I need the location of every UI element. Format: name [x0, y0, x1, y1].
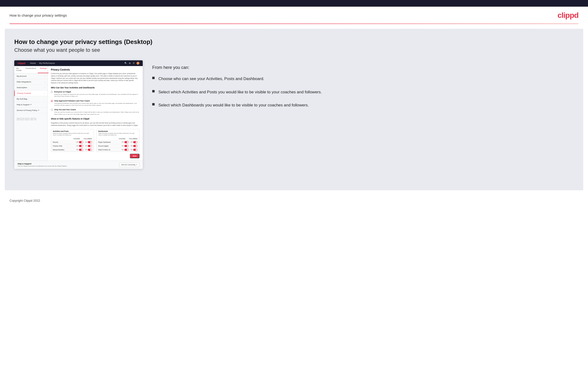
help-section-desc: Visit our Clippd community to troublesho…: [17, 165, 67, 167]
sidebar-item-data-integrations[interactable]: Data Integrations ›: [14, 79, 47, 85]
grid-icon[interactable]: ⊞: [129, 62, 131, 64]
show-hide-title: Show or hide specific features in Clippd: [51, 117, 139, 120]
toggle-row-round-insights: Round Insights ON ON: [96, 144, 139, 148]
bullet-item-3: Select which Dashboards you would like t…: [152, 102, 574, 108]
privacy-controls-desc: Control how you and your data appears to…: [51, 72, 139, 84]
page-subheading: Choose what you want people to see: [14, 47, 574, 53]
screenshot-mockup: clippd Home My Performance 🔍 ⊞ ☰ My Pr: [14, 60, 143, 169]
activities-table: Activities and Posts Select the types of…: [51, 129, 94, 152]
toggle-row-practice-drills: Practice Drills ON ON: [51, 144, 94, 148]
bullet-list: Choose who can see your Activities, Post…: [152, 76, 574, 108]
bullet-text-2: Select which Activities and Posts you wo…: [158, 89, 322, 95]
round-insights-coaches-toggle[interactable]: [124, 145, 129, 147]
bullet-text-3: Select which Dashboards you would like t…: [158, 102, 309, 108]
bullet-item-2: Select which Activities and Posts you wo…: [152, 89, 574, 95]
dashboards-col-headers: COACHES FOLLOWERS: [96, 137, 139, 140]
activities-table-title: Activities and Posts: [51, 129, 94, 133]
sidebar-version: Clippd Client Version: 2022.8.2SQL Serve…: [14, 116, 47, 122]
radio-circle-everyone: [51, 91, 53, 93]
who-can-see-title: Who Can See Your Activities and Dashboar…: [51, 86, 139, 89]
rounds-followers-toggle[interactable]: [88, 141, 92, 143]
top-bar: [0, 0, 588, 7]
toggle-row-rounds: Rounds ON ON: [51, 140, 94, 144]
chevron-right-icon: ›: [44, 87, 45, 88]
app-tabs: My Profile Connections Settings: [14, 66, 47, 73]
radio-approved-followers[interactable]: Only Approved Followers and Your Coach O…: [51, 100, 139, 106]
app-logo: clippd: [17, 62, 25, 65]
copyright-text: Copyright Clippd 2022: [9, 199, 40, 202]
manual-coaches-toggle[interactable]: [79, 149, 83, 151]
activities-table-desc: Select the types of activity that you'd …: [51, 133, 94, 137]
tab-my-profile[interactable]: My Profile: [14, 66, 24, 73]
sidebar-item-my-golf-bag[interactable]: My Golf Bag ›: [14, 96, 47, 102]
chevron-right-icon: ›: [44, 75, 45, 77]
radio-only-you[interactable]: Only You and Your Coach Only you and the…: [51, 108, 139, 115]
dashboards-table-title: Dashboards: [96, 129, 139, 133]
drills-followers-toggle[interactable]: [88, 145, 92, 147]
player-dashboard-coaches-toggle[interactable]: [124, 141, 129, 143]
nav-home[interactable]: Home: [30, 62, 36, 64]
chevron-right-icon: ›: [44, 81, 45, 83]
visit-community-button[interactable]: Visit Our Community ↗: [119, 163, 139, 167]
what-to-work-on-followers-toggle[interactable]: [133, 149, 138, 151]
save-row: Save: [51, 154, 139, 158]
sidebar-item-subscription[interactable]: Subscription ›: [14, 85, 47, 91]
avatar-icon[interactable]: [137, 62, 139, 65]
page-title: How to change your privacy settings: [9, 13, 67, 17]
activities-col-headers: COACHES FOLLOWERS: [51, 137, 94, 140]
save-button[interactable]: Save: [130, 154, 139, 158]
header-divider: [9, 24, 579, 24]
page-heading: How to change your privacy settings (Des…: [14, 38, 574, 46]
nav-my-performance[interactable]: My Performance: [39, 62, 55, 64]
app-nav-icons: 🔍 ⊞ ☰: [124, 62, 139, 65]
toggle-section: Activities and Posts Select the types of…: [51, 129, 139, 152]
sidebar-item-privacy-controls[interactable]: Privacy Controls ›: [14, 91, 47, 96]
bullet-item-1: Choose who can see your Activities, Post…: [152, 76, 574, 82]
content-area: clippd Home My Performance 🔍 ⊞ ☰ My Pr: [14, 60, 574, 169]
toggle-row-what-to-work-on: What To Work On ON ON: [96, 148, 139, 151]
menu-icon[interactable]: ☰: [133, 62, 135, 64]
radio-circle-only-you: [51, 109, 53, 111]
bullet-square-1: [152, 77, 155, 79]
chevron-right-icon: ›: [44, 98, 45, 100]
rounds-coaches-toggle[interactable]: [79, 141, 83, 143]
app-main-panel: Privacy Controls Control how you and you…: [48, 66, 143, 161]
right-panel-intro: From here you can:: [152, 65, 574, 70]
player-dashboard-followers-toggle[interactable]: [133, 141, 138, 143]
tab-settings[interactable]: Settings: [38, 66, 49, 73]
search-icon[interactable]: 🔍: [124, 62, 127, 64]
app-nav-links: Home My Performance: [30, 62, 55, 64]
drills-coaches-toggle[interactable]: [79, 145, 83, 147]
bullet-square-2: [152, 90, 155, 92]
toggle-row-manual-activities: Manual Activities ON ON: [51, 148, 94, 151]
main-content: How to change your privacy settings (Des…: [5, 29, 583, 190]
right-panel: From here you can: Choose who can see yo…: [152, 60, 574, 108]
radio-everyone[interactable]: Everyone on Clippd Everyone on Clippd ca…: [51, 91, 139, 97]
dashboards-table-desc: Select the types of activity that you'd …: [96, 133, 139, 137]
logo: clippd: [558, 11, 579, 20]
help-section: Help & Support Visit our Clippd communit…: [14, 161, 143, 169]
round-insights-followers-toggle[interactable]: [133, 145, 138, 147]
manual-followers-toggle[interactable]: [88, 149, 92, 151]
tab-connections[interactable]: Connections: [24, 66, 38, 73]
show-hide-desc: Regardless of the privacy controls that …: [51, 122, 139, 127]
dashboards-table: Dashboards Select the types of activity …: [96, 129, 139, 152]
app-nav: clippd Home My Performance 🔍 ⊞ ☰: [14, 60, 143, 66]
app-sidebar: My Profile Connections Settings My Accou…: [14, 66, 48, 161]
sidebar-item-help-support[interactable]: Help & Support ↗: [14, 102, 47, 108]
footer: Copyright Clippd 2022: [0, 195, 588, 206]
app-body: My Profile Connections Settings My Accou…: [14, 66, 143, 161]
sidebar-item-service-privacy-policy[interactable]: Service & Privacy Policy ↗: [14, 108, 47, 113]
sidebar-item-my-account[interactable]: My Account ›: [14, 73, 47, 79]
bullet-text-1: Choose who can see your Activities, Post…: [158, 76, 264, 82]
privacy-controls-title: Privacy Controls: [51, 68, 139, 71]
radio-circle-approved: [51, 100, 53, 102]
header: How to change your privacy settings clip…: [0, 7, 588, 24]
chevron-right-icon: ›: [44, 92, 45, 94]
help-section-title: Help & Support: [17, 163, 67, 165]
bullet-square-3: [152, 103, 155, 106]
toggle-row-player-dashboard: Player Dashboard ON ON: [96, 140, 139, 144]
what-to-work-on-coaches-toggle[interactable]: [124, 149, 129, 151]
